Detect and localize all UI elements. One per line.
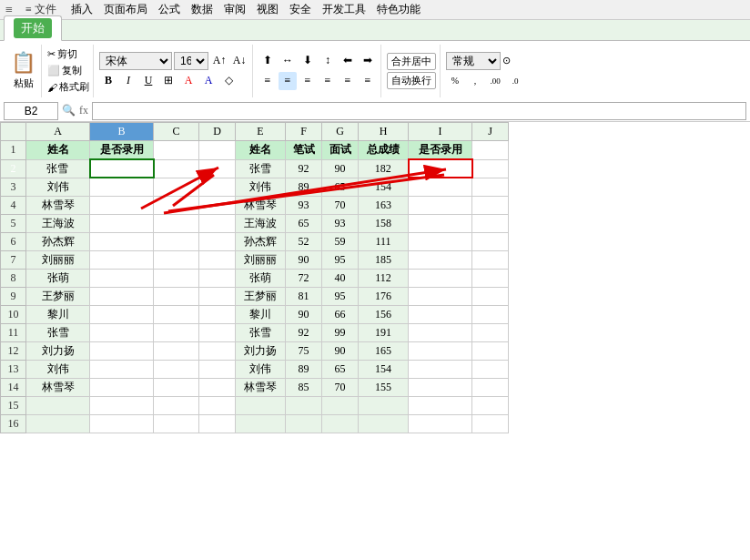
- table-cell[interactable]: [472, 287, 509, 305]
- table-cell[interactable]: 89: [286, 178, 322, 196]
- col-header-C[interactable]: C: [154, 123, 199, 141]
- table-cell[interactable]: [472, 305, 509, 323]
- font-size-select[interactable]: 16: [174, 52, 208, 70]
- col-header-J[interactable]: J: [472, 123, 509, 141]
- table-cell[interactable]: [472, 141, 509, 160]
- table-cell[interactable]: 刘伟: [236, 178, 286, 196]
- tab-home[interactable]: 开始: [4, 15, 62, 41]
- table-cell[interactable]: [90, 414, 154, 433]
- table-cell[interactable]: [154, 159, 199, 178]
- table-cell[interactable]: 张萌: [26, 269, 90, 287]
- align-right-btn[interactable]: ≡: [299, 72, 317, 90]
- table-cell[interactable]: 92: [286, 159, 322, 178]
- decimal-inc-btn[interactable]: .00: [486, 72, 504, 90]
- table-cell[interactable]: 65: [286, 214, 322, 232]
- table-cell[interactable]: [472, 214, 509, 232]
- table-cell[interactable]: [90, 360, 154, 378]
- table-cell[interactable]: 154: [359, 178, 409, 196]
- table-cell[interactable]: [90, 214, 154, 232]
- table-cell[interactable]: [154, 196, 199, 214]
- fx-icon[interactable]: fx: [79, 104, 88, 117]
- table-cell[interactable]: [199, 378, 236, 396]
- table-cell[interactable]: 158: [359, 214, 409, 232]
- table-cell[interactable]: 176: [359, 287, 409, 305]
- table-cell[interactable]: 是否录用: [90, 141, 154, 160]
- table-cell[interactable]: 154: [359, 360, 409, 378]
- table-cell[interactable]: 65: [322, 360, 359, 378]
- table-cell[interactable]: [154, 232, 199, 250]
- bold-btn[interactable]: B: [99, 72, 117, 90]
- table-cell[interactable]: [472, 341, 509, 360]
- table-cell[interactable]: [199, 269, 236, 287]
- table-cell[interactable]: 面试: [322, 141, 359, 160]
- table-cell[interactable]: 182: [359, 159, 409, 178]
- font-dec-icon[interactable]: A↓: [230, 52, 248, 70]
- auto-wrap-btn[interactable]: 自动换行: [387, 72, 436, 89]
- table-cell[interactable]: 85: [286, 378, 322, 396]
- table-cell[interactable]: 40: [322, 269, 359, 287]
- align-center-btn[interactable]: ≡: [279, 72, 297, 90]
- table-cell[interactable]: 111: [359, 232, 409, 250]
- table-cell[interactable]: 99: [322, 323, 359, 341]
- table-cell[interactable]: 林雪琴: [236, 196, 286, 214]
- table-cell[interactable]: 张萌: [236, 269, 286, 287]
- start-button[interactable]: 开始: [14, 18, 52, 38]
- table-cell[interactable]: [472, 414, 509, 433]
- table-cell[interactable]: [472, 178, 509, 196]
- table-cell[interactable]: [199, 396, 236, 414]
- table-cell[interactable]: [236, 414, 286, 433]
- table-cell[interactable]: [409, 378, 472, 396]
- table-cell[interactable]: [472, 396, 509, 414]
- table-cell[interactable]: 张雪: [236, 323, 286, 341]
- table-cell[interactable]: [154, 323, 199, 341]
- table-cell[interactable]: 王海波: [236, 214, 286, 232]
- table-cell[interactable]: 163: [359, 196, 409, 214]
- table-cell[interactable]: 笔试: [286, 141, 322, 160]
- menu-insert[interactable]: 插入: [66, 1, 98, 18]
- table-cell[interactable]: [409, 287, 472, 305]
- table-cell[interactable]: [409, 159, 472, 178]
- table-cell[interactable]: [199, 414, 236, 433]
- table-cell[interactable]: [322, 396, 359, 414]
- table-cell[interactable]: 165: [359, 341, 409, 360]
- table-cell[interactable]: [199, 250, 236, 269]
- table-cell[interactable]: 刘伟: [26, 178, 90, 196]
- table-cell[interactable]: [472, 232, 509, 250]
- table-cell[interactable]: [472, 196, 509, 214]
- table-cell[interactable]: 95: [322, 287, 359, 305]
- table-cell[interactable]: [154, 287, 199, 305]
- table-cell[interactable]: [90, 396, 154, 414]
- table-cell[interactable]: [90, 323, 154, 341]
- table-cell[interactable]: 孙杰辉: [236, 232, 286, 250]
- table-cell[interactable]: 林雪琴: [26, 378, 90, 396]
- table-cell[interactable]: 张雪: [236, 159, 286, 178]
- table-cell[interactable]: 王梦丽: [26, 287, 90, 305]
- table-cell[interactable]: 总成绩: [359, 141, 409, 160]
- align-left-btn[interactable]: ≡: [258, 72, 277, 90]
- italic-btn[interactable]: I: [119, 72, 137, 90]
- cell-reference[interactable]: [4, 102, 58, 120]
- table-cell[interactable]: [90, 287, 154, 305]
- table-cell[interactable]: 王海波: [26, 214, 90, 232]
- table-cell[interactable]: [322, 414, 359, 433]
- table-cell[interactable]: [199, 360, 236, 378]
- menu-review[interactable]: 审阅: [218, 1, 251, 18]
- table-cell[interactable]: [90, 341, 154, 360]
- menu-view[interactable]: 视图: [251, 1, 284, 18]
- table-cell[interactable]: [199, 287, 236, 305]
- table-cell[interactable]: [154, 178, 199, 196]
- table-cell[interactable]: 72: [286, 269, 322, 287]
- table-cell[interactable]: [154, 414, 199, 433]
- indent-increase-btn[interactable]: ➡: [359, 52, 377, 70]
- table-cell[interactable]: [154, 141, 199, 160]
- border-btn[interactable]: ⊞: [159, 72, 177, 90]
- table-cell[interactable]: 156: [359, 305, 409, 323]
- table-cell[interactable]: 姓名: [236, 141, 286, 160]
- table-cell[interactable]: 65: [322, 178, 359, 196]
- table-cell[interactable]: 95: [322, 250, 359, 269]
- menu-page-layout[interactable]: 页面布局: [98, 1, 153, 18]
- table-cell[interactable]: 黎川: [236, 305, 286, 323]
- table-cell[interactable]: [90, 232, 154, 250]
- table-cell[interactable]: [409, 178, 472, 196]
- table-cell[interactable]: 黎川: [26, 305, 90, 323]
